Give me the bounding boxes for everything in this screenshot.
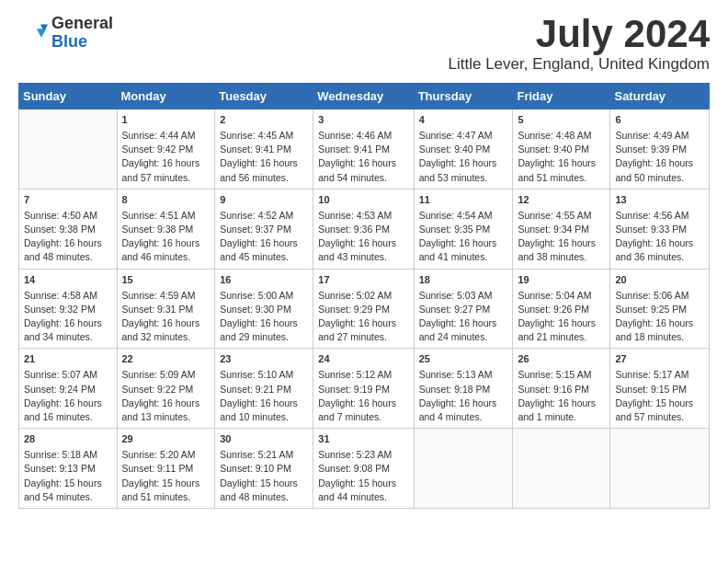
day-number: 26 <box>518 352 605 367</box>
cell-info: Sunrise: 4:59 AM <box>122 289 210 303</box>
calendar-cell: 18Sunrise: 5:03 AMSunset: 9:27 PMDayligh… <box>414 269 513 349</box>
logo-text: General Blue <box>51 15 113 52</box>
day-number: 31 <box>318 432 408 447</box>
calendar-cell: 2Sunrise: 4:45 AMSunset: 9:41 PMDaylight… <box>215 109 313 190</box>
cell-info: and 54 minutes. <box>24 490 112 504</box>
cell-info: Daylight: 16 hours <box>419 236 508 250</box>
cell-info: Sunrise: 4:49 AM <box>615 129 704 143</box>
calendar-cell: 12Sunrise: 4:55 AMSunset: 9:34 PMDayligh… <box>513 189 610 269</box>
day-number: 24 <box>318 352 408 367</box>
cell-info: Sunrise: 5:10 AM <box>220 368 308 382</box>
cell-info: Sunrise: 4:50 AM <box>24 209 112 223</box>
cell-info: Sunset: 9:35 PM <box>419 223 508 236</box>
cell-info: and 44 minutes. <box>318 490 408 504</box>
cell-info: Sunrise: 5:03 AM <box>419 289 508 303</box>
cell-info: and 50 minutes. <box>615 171 704 185</box>
day-number: 21 <box>24 352 112 367</box>
cell-info: and 13 minutes. <box>122 410 210 424</box>
calendar-cell: 14Sunrise: 4:58 AMSunset: 9:32 PMDayligh… <box>19 269 118 349</box>
cell-info: Sunset: 9:41 PM <box>220 143 308 156</box>
cell-info: and 57 minutes. <box>122 171 210 185</box>
day-number: 19 <box>518 273 605 288</box>
cell-info: Sunset: 9:37 PM <box>220 223 308 236</box>
calendar-cell <box>610 429 710 509</box>
cell-info: Sunrise: 5:00 AM <box>220 289 308 303</box>
calendar-cell: 29Sunrise: 5:20 AMSunset: 9:11 PMDayligh… <box>117 429 215 509</box>
cell-info: Daylight: 16 hours <box>220 236 308 250</box>
cell-info: and 21 minutes. <box>518 330 605 344</box>
svg-marker-1 <box>37 29 46 38</box>
cell-info: and 46 minutes. <box>122 250 210 264</box>
day-number: 17 <box>318 273 408 288</box>
page-header: General Blue July 2024 Little Lever, Eng… <box>18 15 710 74</box>
calendar-cell <box>414 429 513 509</box>
month-title: July 2024 <box>449 15 710 53</box>
cell-info: and 29 minutes. <box>220 330 308 344</box>
cell-info: and 10 minutes. <box>220 410 308 424</box>
calendar-cell: 24Sunrise: 5:12 AMSunset: 9:19 PMDayligh… <box>313 349 414 429</box>
cell-info: Sunrise: 5:18 AM <box>24 448 112 462</box>
day-number: 28 <box>24 432 112 447</box>
cell-info: Daylight: 16 hours <box>518 396 605 410</box>
cell-info: Daylight: 16 hours <box>24 396 112 410</box>
day-number: 2 <box>220 113 308 128</box>
cell-info: and 24 minutes. <box>419 330 508 344</box>
calendar-cell: 3Sunrise: 4:46 AMSunset: 9:41 PMDaylight… <box>313 109 414 190</box>
calendar-cell: 13Sunrise: 4:56 AMSunset: 9:33 PMDayligh… <box>610 189 710 269</box>
cell-info: Sunrise: 5:13 AM <box>419 368 508 382</box>
location: Little Lever, England, United Kingdom <box>449 55 710 74</box>
cell-info: Daylight: 15 hours <box>220 477 308 490</box>
cell-info: Sunset: 9:32 PM <box>24 303 112 316</box>
cell-info: Daylight: 16 hours <box>318 236 408 250</box>
cell-info: Sunrise: 4:58 AM <box>24 289 112 303</box>
calendar-cell: 9Sunrise: 4:52 AMSunset: 9:37 PMDaylight… <box>215 189 313 269</box>
day-number: 7 <box>24 193 112 208</box>
cell-info: Daylight: 16 hours <box>518 316 605 330</box>
cell-info: and 32 minutes. <box>122 330 210 344</box>
cell-info: and 1 minute. <box>518 410 605 424</box>
cell-info: Daylight: 16 hours <box>518 156 605 170</box>
cell-info: and 38 minutes. <box>518 250 605 264</box>
cell-info: Sunrise: 5:12 AM <box>318 368 408 382</box>
calendar-cell: 26Sunrise: 5:15 AMSunset: 9:16 PMDayligh… <box>513 349 610 429</box>
calendar-cell: 31Sunrise: 5:23 AMSunset: 9:08 PMDayligh… <box>313 429 414 509</box>
calendar-cell: 8Sunrise: 4:51 AMSunset: 9:38 PMDaylight… <box>117 189 215 269</box>
cell-info: and 27 minutes. <box>318 330 408 344</box>
calendar-cell: 30Sunrise: 5:21 AMSunset: 9:10 PMDayligh… <box>215 429 313 509</box>
day-number: 13 <box>615 193 704 208</box>
logo-blue: Blue <box>51 33 113 52</box>
calendar-week-row: 21Sunrise: 5:07 AMSunset: 9:24 PMDayligh… <box>19 349 710 429</box>
calendar-cell: 16Sunrise: 5:00 AMSunset: 9:30 PMDayligh… <box>215 269 313 349</box>
cell-info: Sunset: 9:31 PM <box>122 303 210 316</box>
cell-info: Daylight: 16 hours <box>24 316 112 330</box>
cell-info: Daylight: 16 hours <box>122 396 210 410</box>
cell-info: Sunrise: 4:52 AM <box>220 209 308 223</box>
cell-info: and 51 minutes. <box>122 490 210 504</box>
cell-info: Sunrise: 5:06 AM <box>615 289 704 303</box>
day-number: 22 <box>122 352 210 367</box>
cell-info: Sunrise: 4:51 AM <box>122 209 210 223</box>
day-number: 30 <box>220 432 308 447</box>
day-number: 12 <box>518 193 605 208</box>
calendar-table: SundayMondayTuesdayWednesdayThursdayFrid… <box>18 83 710 509</box>
cell-info: Sunset: 9:38 PM <box>122 223 210 236</box>
day-number: 16 <box>220 273 308 288</box>
cell-info: Sunrise: 5:17 AM <box>615 368 704 382</box>
cell-info: Sunset: 9:30 PM <box>220 303 308 316</box>
day-number: 15 <box>122 273 210 288</box>
cell-info: Sunrise: 5:04 AM <box>518 289 605 303</box>
cell-info: Sunrise: 4:54 AM <box>419 209 508 223</box>
cell-info: Daylight: 16 hours <box>615 236 704 250</box>
calendar-cell: 1Sunrise: 4:44 AMSunset: 9:42 PMDaylight… <box>117 109 215 190</box>
calendar-cell <box>513 429 610 509</box>
cell-info: Sunrise: 5:09 AM <box>122 368 210 382</box>
cell-info: Daylight: 16 hours <box>220 396 308 410</box>
cell-info: Sunrise: 4:55 AM <box>518 209 605 223</box>
day-number: 9 <box>220 193 308 208</box>
cell-info: Sunset: 9:22 PM <box>122 383 210 396</box>
logo-general: General <box>51 15 113 33</box>
day-number: 20 <box>615 273 704 288</box>
cell-info: Sunset: 9:19 PM <box>318 383 408 396</box>
cell-info: Daylight: 16 hours <box>122 236 210 250</box>
weekday-header: Friday <box>513 84 610 109</box>
